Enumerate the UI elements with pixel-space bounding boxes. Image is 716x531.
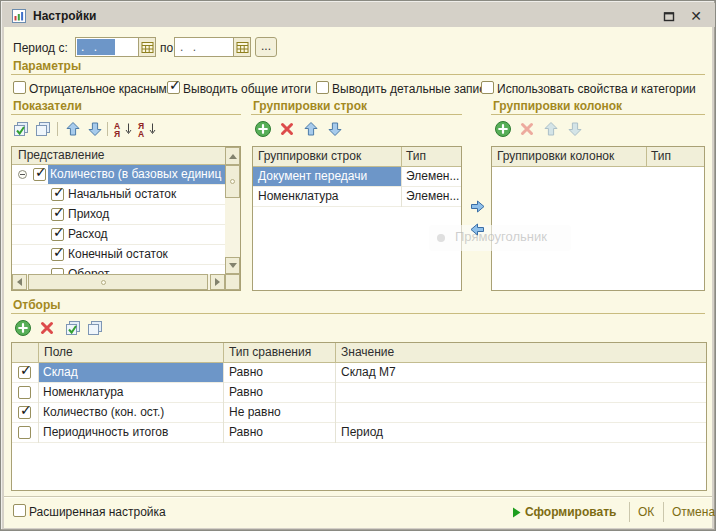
period-from-input[interactable]: . . <box>75 37 139 57</box>
move-down-button-disabled <box>565 119 585 139</box>
generate-play-icon <box>512 507 521 518</box>
move-down-button[interactable] <box>85 119 105 139</box>
column-divider <box>401 147 402 167</box>
filter-enabled-checkbox[interactable] <box>18 366 31 379</box>
filter-comparison-cell: Равно <box>229 365 263 379</box>
scrollbar-corner <box>225 274 240 290</box>
period-to-value: . . <box>180 40 199 54</box>
tree-row[interactable]: Начальный остаток <box>12 185 225 205</box>
column-header-label: Тип <box>651 149 671 163</box>
ok-button[interactable]: ОК <box>638 505 654 519</box>
check-all-button[interactable] <box>11 119 31 139</box>
maximize-button[interactable] <box>660 8 678 24</box>
period-more-button[interactable]: ... <box>255 37 277 57</box>
move-to-columns-button[interactable] <box>469 199 486 214</box>
horizontal-scroll-thumb[interactable] <box>28 274 208 290</box>
period-to-calendar-button[interactable] <box>233 37 251 57</box>
row-groupings-title: Группировки строк <box>253 99 367 113</box>
triangle-left-icon <box>17 278 22 286</box>
tree-item-checkbox[interactable] <box>51 188 64 201</box>
tree-item-checkbox[interactable] <box>51 248 64 261</box>
arrow-up-icon <box>302 120 320 138</box>
uncheck-all-icon <box>34 121 52 138</box>
table-row[interactable]: Номенклатура Элемен... <box>253 187 461 207</box>
cancel-button[interactable]: Отмена <box>672 505 715 519</box>
scroll-up-button[interactable] <box>225 147 240 165</box>
filter-row[interactable]: Количество (кон. ост.) Не равно <box>12 403 706 423</box>
filter-value-cell: Склад М7 <box>341 365 396 379</box>
tree-row[interactable]: Количество (в базовых единиц <box>12 165 225 185</box>
collapse-expander-icon[interactable] <box>18 170 27 179</box>
table-header: Группировки колонок Тип <box>492 147 704 167</box>
watermark-dot-icon <box>437 234 445 242</box>
close-icon: ✕ <box>690 8 702 24</box>
filter-enabled-checkbox[interactable] <box>18 386 31 399</box>
column-header-label: Тип <box>406 149 426 163</box>
show-grand-totals-checkbox[interactable] <box>167 81 180 94</box>
period-to-input[interactable]: . . <box>174 37 234 57</box>
filters-table: Поле Тип сравнения Значение Склад Равно … <box>11 342 707 491</box>
add-button[interactable] <box>253 119 273 139</box>
filter-enabled-checkbox[interactable] <box>18 406 31 419</box>
parameters-title: Параметры <box>13 59 81 73</box>
filter-row[interactable]: Периодичность итогов Равно Период <box>12 423 706 443</box>
arrow-up-icon <box>542 120 560 138</box>
tree-row[interactable]: Приход <box>12 205 225 225</box>
arrow-down-icon <box>86 120 104 138</box>
uncheck-all-button[interactable] <box>33 119 53 139</box>
footer-divider <box>629 502 630 522</box>
use-properties-categories-checkbox[interactable] <box>481 81 494 94</box>
tree-item-checkbox[interactable] <box>51 208 64 221</box>
column-header-label: Значение <box>341 345 394 359</box>
uncheck-all-icon <box>86 320 104 337</box>
row-groupings-toolbar <box>253 119 463 141</box>
sort-ascending-button[interactable]: АЯ <box>113 119 133 139</box>
column-header-label: Группировки строк <box>258 149 361 163</box>
sort-descending-button[interactable]: ЯА <box>137 119 157 139</box>
close-button[interactable]: ✕ <box>687 8 705 24</box>
period-from-calendar-button[interactable] <box>138 37 156 57</box>
add-button[interactable] <box>493 119 513 139</box>
filter-row[interactable]: Номенклатура Равно <box>12 383 706 403</box>
filters-title: Отборы <box>13 298 61 312</box>
arrow-right-icon <box>469 199 486 214</box>
column-groupings-title: Группировки колонок <box>493 99 622 113</box>
move-up-button[interactable] <box>301 119 321 139</box>
show-detail-records-checkbox[interactable] <box>316 81 329 94</box>
tree-item-checkbox[interactable] <box>33 168 46 181</box>
move-up-button[interactable] <box>63 119 83 139</box>
delete-button[interactable] <box>277 119 297 139</box>
column-divider <box>223 423 224 443</box>
tree-item-checkbox[interactable] <box>51 228 64 241</box>
add-button[interactable] <box>13 318 33 338</box>
move-to-rows-button[interactable] <box>469 222 486 237</box>
scroll-right-button[interactable] <box>210 274 225 290</box>
column-divider <box>223 383 224 403</box>
tree-row[interactable]: Расход <box>12 225 225 245</box>
toolbar-separator <box>107 122 108 136</box>
filters-underline <box>11 313 705 314</box>
filter-enabled-checkbox[interactable] <box>18 426 31 439</box>
svg-text:А: А <box>138 129 144 138</box>
calendar-icon <box>141 41 154 54</box>
delete-button[interactable] <box>37 318 57 338</box>
filter-comparison-cell: Равно <box>229 385 263 399</box>
checkbox-label: Использовать свойства и категории <box>497 82 696 96</box>
scroll-down-button[interactable] <box>225 257 240 274</box>
negative-in-red-checkbox[interactable] <box>13 81 26 94</box>
generate-button[interactable]: Сформировать <box>525 505 616 519</box>
column-divider <box>38 383 39 403</box>
footer-divider <box>663 502 664 522</box>
move-down-button[interactable] <box>325 119 345 139</box>
vertical-scroll-thumb[interactable] <box>225 165 240 198</box>
uncheck-all-button[interactable] <box>85 318 105 338</box>
tree-row[interactable]: Конечный остаток <box>12 245 225 265</box>
scroll-left-button[interactable] <box>12 274 27 290</box>
indicators-title: Показатели <box>13 99 82 113</box>
check-all-button[interactable] <box>63 318 83 338</box>
titlebar[interactable]: Настройки ✕ <box>3 3 715 27</box>
advanced-settings-checkbox[interactable] <box>13 504 26 517</box>
filter-row[interactable]: Склад Равно Склад М7 <box>12 363 706 383</box>
table-row[interactable]: Документ передачи Элемен... <box>253 167 461 187</box>
column-divider <box>335 423 336 443</box>
